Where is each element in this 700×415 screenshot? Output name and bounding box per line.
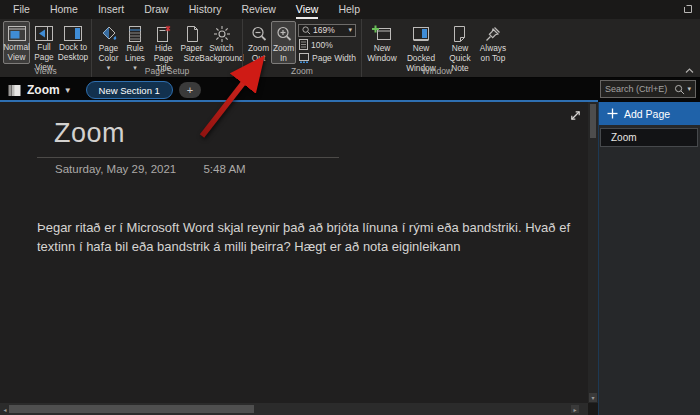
add-page-label: Add Page xyxy=(624,108,670,120)
ribbon-group-views: Normal View Full Page View Dock to Deskt… xyxy=(0,19,91,77)
vertical-scrollbar-thumb[interactable] xyxy=(590,104,596,138)
zoom-group-label: Zoom xyxy=(243,66,361,76)
views-group-label: Views xyxy=(0,66,91,76)
rule-lines-button[interactable]: Rule Lines▾ xyxy=(122,21,148,64)
menu-help[interactable]: Help xyxy=(328,1,370,18)
zoom-out-icon xyxy=(250,25,268,43)
menu-insert[interactable]: Insert xyxy=(88,1,134,18)
search-icon[interactable] xyxy=(674,84,685,95)
section-tab-label: New Section 1 xyxy=(99,85,160,96)
page-color-icon xyxy=(100,25,118,43)
hide-page-title-icon xyxy=(155,25,172,43)
vertical-scrollbar[interactable]: ▾ xyxy=(588,102,598,403)
page-time[interactable]: 5:48 AM xyxy=(203,163,245,175)
new-quick-note-button[interactable]: New Quick Note xyxy=(443,21,477,64)
zoom-in-label: Zoom In xyxy=(273,44,294,64)
page-width-icon xyxy=(299,53,309,63)
window-group-label: Window xyxy=(362,66,512,76)
always-on-top-label: Always on Top xyxy=(479,44,507,64)
search-scope-caret[interactable]: ▾ xyxy=(687,85,691,93)
menu-view-label: View xyxy=(296,3,319,19)
zoom-in-button[interactable]: Zoom In xyxy=(271,21,296,64)
page-canvas[interactable]: Zoom Saturday, May 29, 2021 5:48 AM Þega… xyxy=(0,102,588,403)
switch-background-button[interactable]: Switch Background xyxy=(204,21,239,64)
search-box: ▾ xyxy=(600,80,696,98)
add-page-button[interactable]: Add Page xyxy=(599,102,700,125)
zoom-level-value: 169% xyxy=(313,25,346,35)
zoom-level-combobox[interactable]: 169% ▾ xyxy=(298,24,356,37)
dock-to-desktop-label: Dock to Desktop xyxy=(58,43,88,63)
scroll-left-button[interactable]: ◂ xyxy=(1,405,9,413)
normal-view-button[interactable]: Normal View xyxy=(3,21,30,64)
notebook-dropdown[interactable]: Zoom xyxy=(27,83,60,97)
menu-home[interactable]: Home xyxy=(40,1,88,18)
dock-to-desktop-button[interactable]: Dock to Desktop xyxy=(58,21,88,64)
zoom-100-button[interactable]: 100% xyxy=(298,39,356,51)
menu-history-label: History xyxy=(189,3,222,15)
menu-help-label: Help xyxy=(338,3,360,15)
new-window-icon xyxy=(372,25,392,43)
new-window-label: New Window xyxy=(367,44,397,64)
add-section-button[interactable]: + xyxy=(179,82,201,98)
normal-view-icon xyxy=(7,25,27,42)
onenote-window: File Home Insert Draw History Review Vie… xyxy=(0,0,700,415)
ribbon-display-options-icon[interactable] xyxy=(683,4,693,14)
zoom-100-label: 100% xyxy=(311,40,333,50)
page-color-label: Page Color xyxy=(97,44,120,64)
page-width-button[interactable]: Page Width xyxy=(298,52,356,64)
title-underline xyxy=(37,157,339,158)
page-list-item-zoom[interactable]: Zoom xyxy=(600,128,698,147)
scroll-down-button[interactable]: ▾ xyxy=(589,393,597,402)
zoom-out-button[interactable]: Zoom Out xyxy=(246,21,271,64)
full-page-view-toggle-icon[interactable] xyxy=(567,107,583,123)
menu-draw-label: Draw xyxy=(144,3,169,15)
menu-file[interactable]: File xyxy=(3,1,40,18)
add-page-plus-icon xyxy=(607,108,618,119)
horizontal-scrollbar-thumb[interactable] xyxy=(9,405,254,413)
ribbon-group-window: New Window New Docked Window New Quick N… xyxy=(361,19,512,77)
page-list-item-label: Zoom xyxy=(611,132,637,143)
menu-history[interactable]: History xyxy=(179,1,232,18)
search-input[interactable] xyxy=(605,84,674,94)
ribbon: Normal View Full Page View Dock to Deskt… xyxy=(0,19,700,78)
notebook-dropdown-caret[interactable]: ▼ xyxy=(64,86,72,95)
zoom-level-magnifier-icon xyxy=(302,26,311,35)
menu-review[interactable]: Review xyxy=(231,1,285,18)
menu-bar: File Home Insert Draw History Review Vie… xyxy=(0,0,700,19)
zoom-controls-column: 169% ▾ 100% Page Width xyxy=(296,21,358,64)
zoom-out-label: Zoom Out xyxy=(248,44,269,64)
section-tab-strip: Zoom ▼ New Section 1 + ▾ xyxy=(0,78,700,102)
always-on-top-button[interactable]: Always on Top xyxy=(477,21,509,64)
menu-insert-label: Insert xyxy=(98,3,124,15)
section-tab-new-section-1[interactable]: New Section 1 xyxy=(86,81,173,99)
page-title[interactable]: Zoom xyxy=(54,118,125,149)
hide-page-title-button[interactable]: Hide Page Title xyxy=(148,21,179,64)
page-setup-group-label: Page Setup xyxy=(92,66,242,76)
menu-draw[interactable]: Draw xyxy=(134,1,179,18)
page-width-label: Page Width xyxy=(312,53,356,63)
note-body-text[interactable]: Þegar ritað er í Microsoft Word skjal re… xyxy=(37,218,594,256)
full-page-view-button[interactable]: Full Page View xyxy=(30,21,58,64)
always-on-top-icon xyxy=(484,25,502,43)
new-window-button[interactable]: New Window xyxy=(365,21,399,64)
rule-lines-label: Rule Lines xyxy=(124,44,146,64)
collapse-ribbon-button[interactable] xyxy=(685,68,694,74)
zoom-100-icon xyxy=(299,39,308,50)
add-section-icon: + xyxy=(187,84,193,96)
page-date-row: Saturday, May 29, 2021 5:48 AM xyxy=(55,163,246,175)
menu-review-label: Review xyxy=(241,3,275,15)
ribbon-group-page-setup: Page Color▾ Rule Lines▾ Hide Page Title … xyxy=(91,19,242,77)
normal-view-label: Normal View xyxy=(3,43,30,63)
zoom-in-icon xyxy=(275,25,293,43)
new-docked-window-icon xyxy=(411,25,431,43)
new-docked-window-button[interactable]: New Docked Window xyxy=(399,21,443,64)
menu-view[interactable]: View xyxy=(286,1,329,18)
page-color-button[interactable]: Page Color▾ xyxy=(95,21,122,64)
scroll-right-button[interactable]: ▸ xyxy=(571,405,579,413)
page-date[interactable]: Saturday, May 29, 2021 xyxy=(55,163,176,175)
zoom-level-dropdown-caret: ▾ xyxy=(348,26,352,34)
horizontal-scrollbar[interactable]: ◂ ▸ xyxy=(0,403,588,415)
menu-home-label: Home xyxy=(50,3,78,15)
dock-to-desktop-icon xyxy=(63,25,83,42)
rule-lines-icon xyxy=(127,25,143,43)
